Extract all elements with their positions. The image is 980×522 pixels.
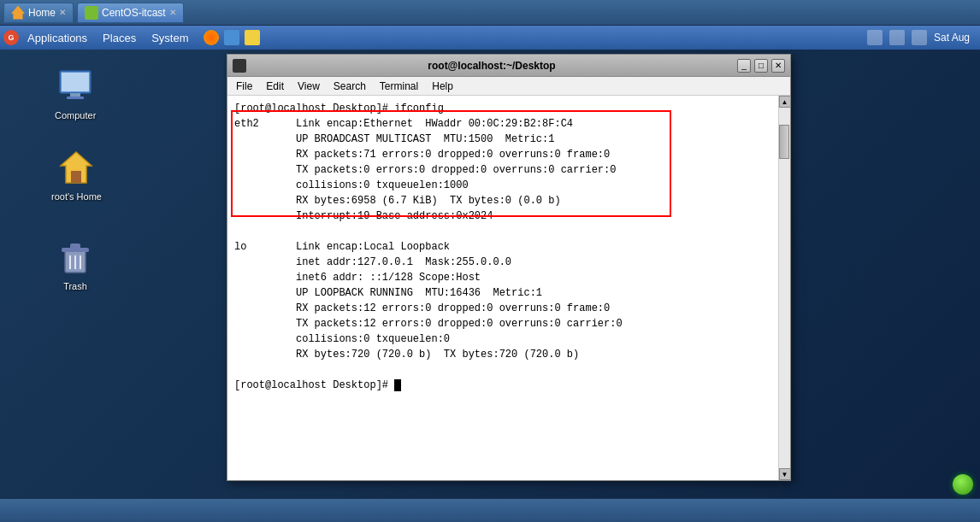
- menu-applications[interactable]: Applications: [21, 30, 94, 46]
- tab-centos-close[interactable]: ✕: [169, 8, 176, 17]
- centos-icon: [85, 6, 98, 20]
- svg-rect-1: [62, 73, 89, 91]
- menu-edit[interactable]: Edit: [261, 79, 289, 93]
- term-line-0: [root@localhost Desktop]# ifconfig: [234, 101, 771, 116]
- term-line-7: Interrupt:19 Base address:0x2024: [234, 208, 771, 224]
- term-line-10: inet addr:127.0.0.1 Mask:255.0.0.0: [234, 255, 771, 270]
- menubar-right: Sat Aug: [867, 30, 977, 45]
- term-line-3: RX packets:71 errors:0 dropped:0 overrun…: [234, 147, 771, 162]
- terminal-title: root@localhost:~/Desktop: [250, 60, 734, 72]
- term-line-14: TX packets:12 errors:0 dropped:0 overrun…: [234, 316, 771, 331]
- menu-help[interactable]: Help: [427, 79, 458, 93]
- desktop-icon-computer[interactable]: Computer: [51, 62, 99, 124]
- home-icon: [11, 6, 25, 20]
- term-line-11: inet6 addr: ::1/128 Scope:Host: [234, 270, 771, 285]
- monitor-icon[interactable]: [912, 30, 927, 45]
- computer-svg: [55, 66, 96, 107]
- term-line-8: [234, 224, 771, 239]
- terminal-window: root@localhost:~/Desktop _ □ ✕ File Edit…: [227, 54, 791, 481]
- menu-file[interactable]: File: [231, 79, 257, 93]
- menu-system[interactable]: System: [145, 30, 195, 46]
- system-label: System: [151, 32, 188, 44]
- top-taskbar: Home ✕ CentOS-itcast ✕: [0, 0, 980, 26]
- terminal-content[interactable]: [root@localhost Desktop]# ifconfig eth2 …: [227, 96, 778, 480]
- home-label: root's Home: [51, 191, 102, 202]
- trash-label: Trash: [63, 281, 87, 291]
- menubar: G Applications Places System Sat Aug: [0, 26, 980, 50]
- gnome-icon: G: [3, 30, 19, 45]
- cursor: [394, 379, 401, 391]
- term-prompt-line: [root@localhost Desktop]#: [234, 378, 771, 393]
- maximize-button[interactable]: □: [754, 59, 768, 73]
- svg-rect-8: [70, 243, 80, 249]
- tab-home[interactable]: Home ✕: [3, 3, 74, 23]
- computer-label: Computer: [55, 110, 96, 120]
- term-line-9: lo Link encap:Local Loopback: [234, 239, 771, 255]
- menu-view[interactable]: View: [292, 79, 325, 93]
- scrollbar-down-button[interactable]: ▼: [779, 468, 791, 480]
- desktop-icon-trash[interactable]: Trash: [51, 233, 99, 295]
- trash-svg: [55, 237, 96, 278]
- terminal-menubar: File Edit View Search Terminal Help: [227, 77, 790, 96]
- bottom-taskbar: [0, 498, 980, 522]
- home-svg: [56, 147, 97, 188]
- menu-search[interactable]: Search: [328, 79, 371, 93]
- svg-rect-3: [67, 97, 84, 99]
- term-line-6: RX bytes:6958 (6.7 KiB) TX bytes:0 (0.0 …: [234, 193, 771, 208]
- scrollbar-thumb[interactable]: [779, 125, 789, 159]
- svg-rect-5: [71, 171, 81, 183]
- bookmark-icon[interactable]: [224, 30, 239, 45]
- term-line-12: UP LOOPBACK RUNNING MTU:16436 Metric:1: [234, 285, 771, 301]
- tab-centos-label: CentOS-itcast: [102, 7, 166, 19]
- tab-home-close[interactable]: ✕: [59, 8, 66, 17]
- scrollbar-track[interactable]: [779, 108, 790, 468]
- datetime-label: Sat Aug: [934, 32, 970, 44]
- minimize-button[interactable]: _: [737, 59, 751, 73]
- term-line-5: collisions:0 txqueuelen:1000: [234, 178, 771, 193]
- speaker-icon[interactable]: [867, 30, 883, 45]
- term-line-2: UP BROADCAST MULTICAST MTU:1500 Metric:1: [234, 132, 771, 147]
- bluetooth-icon[interactable]: [889, 30, 905, 45]
- tab-home-label: Home: [28, 7, 56, 19]
- desktop-icon-home[interactable]: root's Home: [48, 144, 105, 205]
- terminal-app-icon: [233, 59, 246, 73]
- green-orb[interactable]: [953, 474, 973, 495]
- svg-rect-2: [70, 93, 80, 97]
- firefox-icon[interactable]: [204, 30, 219, 45]
- term-line-13: RX packets:12 errors:0 dropped:0 overrun…: [234, 301, 771, 316]
- desktop: Computer root's Home Trash root@localhos…: [0, 50, 980, 498]
- term-line-4: TX packets:0 errors:0 dropped:0 overruns…: [234, 162, 771, 178]
- menu-places[interactable]: Places: [96, 30, 143, 46]
- term-line-17: [234, 362, 771, 378]
- note-icon[interactable]: [245, 30, 260, 45]
- menu-terminal[interactable]: Terminal: [375, 79, 423, 93]
- term-line-15: collisions:0 txqueuelen:0: [234, 331, 771, 347]
- terminal-body: [root@localhost Desktop]# ifconfig eth2 …: [227, 96, 790, 480]
- term-line-1: eth2 Link encap:Ethernet HWaddr 00:0C:29…: [234, 116, 771, 132]
- applications-label: Applications: [27, 32, 87, 44]
- term-line-16: RX bytes:720 (720.0 b) TX bytes:720 (720…: [234, 347, 771, 362]
- scrollbar-up-button[interactable]: ▲: [779, 96, 791, 108]
- terminal-scrollbar[interactable]: ▲ ▼: [778, 96, 790, 480]
- tab-centos[interactable]: CentOS-itcast ✕: [77, 3, 184, 23]
- places-label: Places: [103, 32, 136, 44]
- close-button[interactable]: ✕: [771, 59, 785, 73]
- terminal-titlebar: root@localhost:~/Desktop _ □ ✕: [227, 55, 790, 77]
